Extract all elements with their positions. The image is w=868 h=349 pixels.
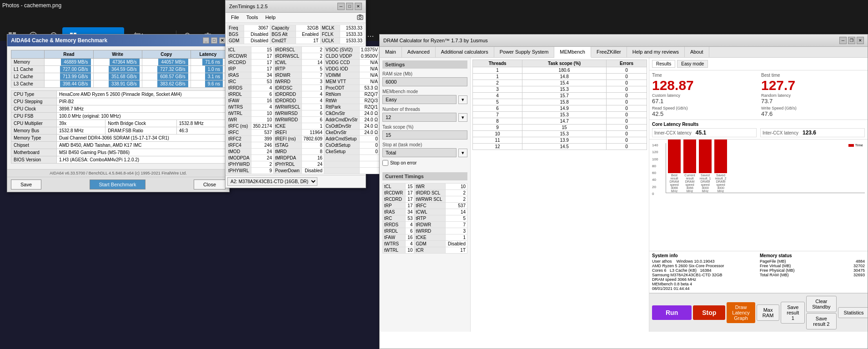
zt-info-val: 3067 — [244, 25, 270, 31]
zt-right-label: VDDG CCD — [324, 60, 360, 66]
run-btn[interactable]: Run — [652, 305, 692, 320]
tab-freezkiller[interactable]: FreeZKiller — [591, 47, 627, 57]
threads-table: Threads Task scope (%) Errors 1180.60114… — [472, 60, 647, 150]
dram-restore-btn[interactable]: ❐ — [848, 37, 855, 44]
zt-close-btn[interactable]: ✕ — [355, 3, 362, 10]
thread-cell-1: 15 — [522, 125, 607, 131]
ct-label2: tWR — [414, 184, 445, 190]
zt-menu-file[interactable]: File — [227, 14, 243, 22]
easy-mode-tab[interactable]: Easy mode — [677, 60, 708, 68]
aida64-row-label: Memory — [11, 59, 45, 66]
zt-minimize-btn[interactable]: ─ — [337, 3, 345, 10]
aida64-start-btn[interactable]: Start Benchmark — [90, 179, 146, 189]
aida64-close-btn[interactable]: ✕ — [219, 37, 226, 44]
thread-cell-2: 0 — [607, 137, 647, 144]
thread-cell-0: 6 — [473, 105, 522, 112]
legend-color-time — [848, 144, 854, 147]
core-latency-section: Core Latency Results Inner-CCX latency 4… — [649, 120, 868, 140]
zt-right-label: VDDG IOD — [324, 66, 360, 72]
stop-on-error-checkbox[interactable] — [382, 160, 388, 166]
core-latency-values: Inner-CCX latency 45.1 Inter-CCX latency… — [652, 128, 865, 137]
tab-about[interactable]: About — [685, 47, 709, 57]
zentimings-timings-area: tCL 15 tRDRSCL 2 VSOC (SVI2) 1.0375V tRC… — [226, 45, 366, 175]
zt-timing-row: tWTRL 10 tWRWRSD 6 ClkDrvStr 24.0 Ω — [227, 110, 380, 117]
custom-latency-label: Custom latency — [652, 93, 756, 98]
ct-label: tRAS — [383, 209, 406, 215]
aida64-maximize-btn[interactable]: □ — [211, 37, 217, 44]
thread-cell-0: 3 — [473, 86, 522, 93]
custom-latency-value: 67.1 — [652, 98, 756, 105]
aida64-table-row: L1 Cache727.00 GB/s364.59 GB/s727.32 GB/… — [11, 66, 226, 73]
membench-mode-input[interactable] — [382, 95, 457, 104]
max-ram-btn[interactable]: Max RAM — [757, 304, 779, 321]
tab-additional[interactable]: Additional calculators — [436, 47, 494, 57]
zt-right-val: 0 — [359, 142, 379, 149]
dram-minimize-btn[interactable]: ─ — [839, 37, 847, 44]
tab-help[interactable]: Help and my reviews — [627, 47, 685, 57]
dram-tabs: Main Advanced Additional calculators Pow… — [380, 47, 868, 58]
stop-btn[interactable]: Stop — [693, 305, 725, 320]
tab-main[interactable]: Main — [380, 47, 402, 57]
aida64-minimize-btn[interactable]: _ — [203, 37, 209, 44]
aida64-save-btn[interactable]: Save — [11, 179, 41, 189]
save-result-2-btn[interactable]: Save result 2 — [806, 313, 836, 329]
membench-mode-dropdown-btn[interactable]: ▾ — [458, 95, 467, 104]
num-threads-input[interactable] — [382, 113, 457, 122]
zt-timing-label2: tREFI (ns) — [273, 136, 301, 142]
clear-standby-btn[interactable]: Clear Standby — [806, 296, 836, 312]
best-time-block: Best time 127.7 Random latency 73.7 Writ… — [761, 73, 865, 117]
thread-cell-0: 4 — [473, 93, 522, 99]
zt-top-table: Freq3067Capacity32GBMCLK1533.33BGSDisabl… — [227, 25, 364, 44]
zt-right-val: 53.3 Ω — [359, 85, 379, 91]
zt-timing-row: tRAS 34 tRDWR 7 VDIMM N/A — [227, 72, 380, 79]
zt-menu-help[interactable]: Help — [261, 14, 279, 22]
zentimings-titlebar: ZenTimings 1.2.5 ─ □ ✕ — [226, 0, 366, 13]
tab-advanced[interactable]: Advanced — [402, 47, 436, 57]
draw-latency-btn[interactable]: DrawLatency Graph — [727, 302, 755, 323]
dram-settings-col: Settings RAM size (Mb) MEMbench mode ▾ N… — [380, 58, 471, 332]
dram-title: DRAM Calculator for Ryzen™ 1.7.3 by 1usm… — [383, 38, 488, 43]
results-tab[interactable]: Results — [652, 60, 675, 68]
zt-right-val: 1.0375V — [359, 47, 379, 53]
sysinfo-dram-speed: DRAM speed 3066 MHz — [652, 277, 757, 282]
save-result-1-btn[interactable]: Save result 1 — [781, 302, 805, 324]
zt-timing-row: tWR 10 tWRWRDD 6 AddrCmdDrvStr 24.0 Ω — [227, 117, 380, 123]
bar-saved1 — [699, 140, 712, 173]
dram-close-btn[interactable]: ✕ — [857, 37, 864, 44]
zt-timing-label: tRFC4 — [227, 142, 251, 149]
zt-timing-label2: tMRD — [273, 149, 301, 155]
zt-right-val: N/A — [359, 60, 379, 66]
dram-main-area: Settings RAM size (Mb) MEMbench mode ▾ N… — [380, 58, 868, 332]
zt-right-val: 24.0 Ω — [359, 130, 379, 136]
num-threads-dropdown-btn[interactable]: ▾ — [458, 113, 467, 122]
ct-label2: tRFC — [414, 203, 445, 209]
zt-right-val — [359, 168, 379, 174]
ct-label: tWTRS — [383, 241, 406, 247]
zt-info-val: Enabled — [296, 31, 320, 38]
zt-top-row: BGSDisabledBGS AltEnabledFCLK1533.33 — [227, 31, 364, 38]
ct-label: tFAW — [383, 234, 406, 241]
thread-cell-1: 14.5 — [522, 144, 607, 150]
ct-label: tRCDRD — [383, 196, 406, 203]
zt-device-select[interactable]: A2: M378A2K43CB1-CTD (16GB, DR) — [227, 177, 317, 186]
ram-size-input[interactable] — [382, 77, 467, 86]
zt-timing-label: tWTRL — [227, 110, 251, 117]
zt-right-label — [324, 161, 360, 168]
zt-menu-tools[interactable]: Tools — [243, 14, 262, 22]
zt-timing-val2: 6 — [302, 117, 324, 123]
current-timing-row: tRRDS 4 tRDWR 7 — [383, 222, 467, 228]
stop-at-input[interactable] — [382, 148, 457, 157]
statistics-btn[interactable]: Statistics — [838, 307, 868, 318]
zt-timing-label2: tRDWR — [273, 72, 301, 79]
zt-right-val: N/A — [359, 72, 379, 79]
stop-at-dropdown-btn[interactable]: ▾ — [458, 149, 467, 157]
aida64-close-action-btn[interactable]: Close — [194, 179, 226, 189]
task-scope-input[interactable] — [382, 130, 467, 140]
tab-membench[interactable]: MEMbench — [554, 47, 591, 58]
zt-maximize-btn[interactable]: □ — [346, 3, 353, 10]
tab-power[interactable]: Power Supply System — [494, 47, 555, 57]
aida64-info-row: BIOS Version1.H3 (AGESA: ComboAM4v2Pi 1.… — [11, 156, 226, 164]
zt-camera-icon[interactable] — [356, 14, 364, 21]
read-speed-value: 42.5 — [652, 110, 756, 117]
inner-ccx-value: 45.1 — [696, 130, 706, 136]
